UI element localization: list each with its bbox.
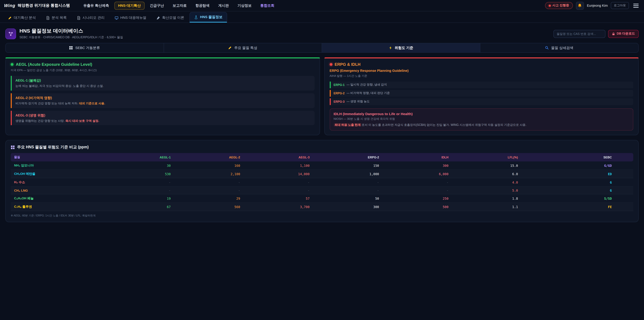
grid-icon bbox=[11, 145, 15, 149]
erpg-level-3: ERPG-3 — 생명 위협 농도 bbox=[330, 98, 633, 105]
idlh-description: 최대 허용 노출 한계로서 이 농도를 초과하면 자급식 호흡장치(SCBA) … bbox=[334, 123, 629, 127]
logout-button[interactable]: 로그아웃 bbox=[611, 2, 629, 9]
bolt-icon bbox=[388, 46, 392, 50]
page-title: HNS 물질정보 데이터베이스 bbox=[20, 28, 123, 34]
segment-sebc-classification[interactable]: SEBC 거동분류 bbox=[6, 43, 164, 52]
idlh-title: IDLH (Immediately Dangerous to Life or H… bbox=[334, 112, 629, 116]
tab-analysis-list[interactable]: 분석 목록 bbox=[41, 13, 72, 23]
incident-badge-label: 사고 진행중 bbox=[552, 3, 569, 8]
table-row[interactable]: CH₃OH 메탄올 530 2,100 14,000 1,000 6,000 6… bbox=[11, 170, 633, 178]
segment-detail-search[interactable]: 물질 상세검색 bbox=[480, 43, 638, 52]
aegl-panel-subtitle: 미국 EPA — 일반인 급성 노출 기준 (10분, 30분, 60분, 4시… bbox=[11, 69, 314, 73]
table-row[interactable]: C₇H₈ 톨루엔 67 560 3,700 300 500 1.1 FE bbox=[11, 203, 633, 211]
nav-item-weather[interactable]: 기상정보 bbox=[234, 2, 255, 9]
nav-item-reports[interactable]: 보고자료 bbox=[169, 2, 190, 9]
page-subtitle: SEBC 거동분류 · CHRIS/CAMEO DB · AEGL/ERPG/I… bbox=[20, 35, 123, 40]
erpg-section-subtitle: AIHA 발행 — 1시간 노출 기준 bbox=[330, 74, 633, 78]
erpg-panel-title: ERPG & IDLH bbox=[334, 62, 360, 67]
molecule-icon bbox=[5, 28, 16, 39]
table-header-row: 물질 AEGL-1 AEGL-2 AEGL-3 ERPG-2 IDLH LFL(… bbox=[11, 153, 633, 161]
sub-tab-bar: 대기확산 분석 분석 목록 시나리오 관리 HNS 대응매뉴얼 확산모델 이론 … bbox=[0, 12, 644, 23]
segment-substance-properties[interactable]: 주요 물질 특성 bbox=[164, 43, 322, 52]
erpg-idlh-panel: ERPG & IDLH ERPG (Emergency Response Pla… bbox=[324, 57, 639, 135]
brand: Wing 해양환경 위기대응 통합시스템 bbox=[4, 3, 70, 8]
section-segment-bar: SEBC 거동분류 주요 물질 특성 위험도 기준 물질 상세검색 bbox=[5, 43, 639, 53]
tab-dispersion-analysis[interactable]: 대기확산 분석 bbox=[3, 13, 40, 23]
main-nav: 유출유 확산예측 HNS·대기확산 긴급구난 보고자료 항공탐색 게시판 기상정… bbox=[80, 2, 278, 10]
monitor-icon bbox=[115, 16, 118, 20]
nav-item-integrated-search[interactable]: 통합조회 bbox=[257, 2, 278, 9]
document-icon bbox=[77, 16, 80, 20]
lock-icon bbox=[612, 32, 615, 36]
page-content: HNS 물질정보 데이터베이스 SEBC 거동분류 · CHRIS/CAMEO … bbox=[0, 23, 644, 229]
idlh-subtitle: NIOSH — 30분 노출 시 생명·건강에 즉각적 위험 bbox=[334, 117, 629, 121]
tab-hns-substance-info[interactable]: HNS 물질정보 bbox=[190, 12, 227, 23]
nav-item-rescue[interactable]: 긴급구난 bbox=[146, 2, 167, 9]
aegl-level-3: AEGL-3 (생명 위협) 생명을 위협하는 건강 영향 또는 사망. 즉시 … bbox=[11, 111, 314, 125]
topbar-right: 사고 진행중 Eunjeong Kim 로그아웃 bbox=[545, 2, 640, 10]
document-icon bbox=[46, 16, 50, 20]
substance-search-input[interactable] bbox=[553, 30, 605, 38]
nav-item-hns-dispersion[interactable]: HNS·대기확산 bbox=[114, 2, 144, 10]
aegl-panel-title: AEGL (Acute Exposure Guideline Level) bbox=[16, 62, 92, 67]
incident-status-badge[interactable]: 사고 진행중 bbox=[545, 2, 573, 9]
table-row[interactable]: C₆H₅OH 페놀 19 29 57 50 250 1.8 S/SD bbox=[11, 194, 633, 203]
grid-icon bbox=[69, 46, 73, 50]
table-row[interactable]: NH₃ 암모니아 30 160 1,100 150 300 15.0 G/GD bbox=[11, 161, 633, 170]
bell-icon bbox=[578, 3, 582, 8]
idlh-section: IDLH (Immediately Dangerous to Life or H… bbox=[330, 108, 633, 131]
incident-dot-icon bbox=[548, 5, 550, 7]
segment-risk-criteria[interactable]: 위험도 기준 bbox=[322, 43, 480, 52]
tab-hns-response-manual[interactable]: HNS 대응매뉴얼 bbox=[110, 13, 151, 23]
table-footnote: ※ AEGL: 60분 기준 / ERPG: 1시간 노출 / IDLH: 30… bbox=[11, 214, 633, 217]
erpg-level-2: ERPG-2 — 비가역적 영향, 대피 판단 기준 bbox=[330, 90, 633, 97]
db-download-button[interactable]: DB 다운로드 bbox=[608, 30, 639, 38]
test-tube-icon bbox=[194, 15, 198, 19]
app-root: Wing 해양환경 위기대응 통합시스템 유출유 확산예측 HNS·대기확산 긴… bbox=[0, 0, 644, 320]
top-navbar: Wing 해양환경 위기대응 통합시스템 유출유 확산예측 HNS·대기확산 긴… bbox=[0, 0, 644, 12]
nav-item-aerial-search[interactable]: 항공탐색 bbox=[192, 2, 213, 9]
erpg-level-1: ERPG-1 — 일시적 건강 영향, 냄새 감지 bbox=[330, 82, 633, 88]
tab-dispersion-model-theory[interactable]: 확산모델 이론 bbox=[152, 13, 189, 23]
aegl-level-2: AEGL-2 (비가역적 영향) 비가역적·장기적 건강 영향 또는 대피 능력… bbox=[11, 93, 314, 108]
table-title: 주요 HNS 물질별 위험도 기준 비교 (ppm) bbox=[17, 145, 89, 150]
red-dot-icon bbox=[330, 63, 332, 66]
pen-nib-icon bbox=[156, 16, 160, 20]
wing-logo: Wing bbox=[4, 3, 15, 8]
user-name: Eunjeong Kim bbox=[587, 4, 608, 8]
notifications-button[interactable] bbox=[576, 2, 584, 10]
erpg-section-title: ERPG (Emergency Response Planning Guidel… bbox=[330, 69, 633, 73]
table-row[interactable]: CH₄ LNG - - - - - 5.0 G bbox=[11, 186, 633, 194]
hns-comparison-table: 물질 AEGL-1 AEGL-2 AEGL-3 ERPG-2 IDLH LFL(… bbox=[11, 153, 633, 211]
aegl-level-1: AEGL-1 (불쾌감) 눈에 띄는 불쾌감, 자극 또는 비감각적 증상. 노… bbox=[11, 76, 314, 91]
tab-scenario-management[interactable]: 시나리오 관리 bbox=[72, 13, 109, 23]
criteria-panels: AEGL (Acute Exposure Guideline Level) 미국… bbox=[5, 57, 639, 135]
green-dot-icon bbox=[11, 63, 14, 66]
nav-item-board[interactable]: 게시판 bbox=[215, 2, 232, 9]
magnifier-icon bbox=[545, 46, 549, 50]
app-title: 해양환경 위기대응 통합시스템 bbox=[18, 3, 70, 8]
nav-item-spill-prediction[interactable]: 유출유 확산예측 bbox=[80, 2, 112, 9]
page-header: HNS 물질정보 데이터베이스 SEBC 거동분류 · CHRIS/CAMEO … bbox=[5, 28, 639, 40]
comparison-table-card: 주요 HNS 물질별 위험도 기준 비교 (ppm) 물질 AEGL-1 AEG… bbox=[5, 140, 639, 222]
aegl-panel: AEGL (Acute Exposure Guideline Level) 미국… bbox=[5, 57, 320, 135]
table-row[interactable]: H₂ 수소 - - - - - 4.0 G bbox=[11, 178, 633, 186]
pencil-icon bbox=[228, 46, 232, 50]
hamburger-menu-icon[interactable] bbox=[632, 2, 640, 9]
pencil-icon bbox=[8, 16, 12, 20]
